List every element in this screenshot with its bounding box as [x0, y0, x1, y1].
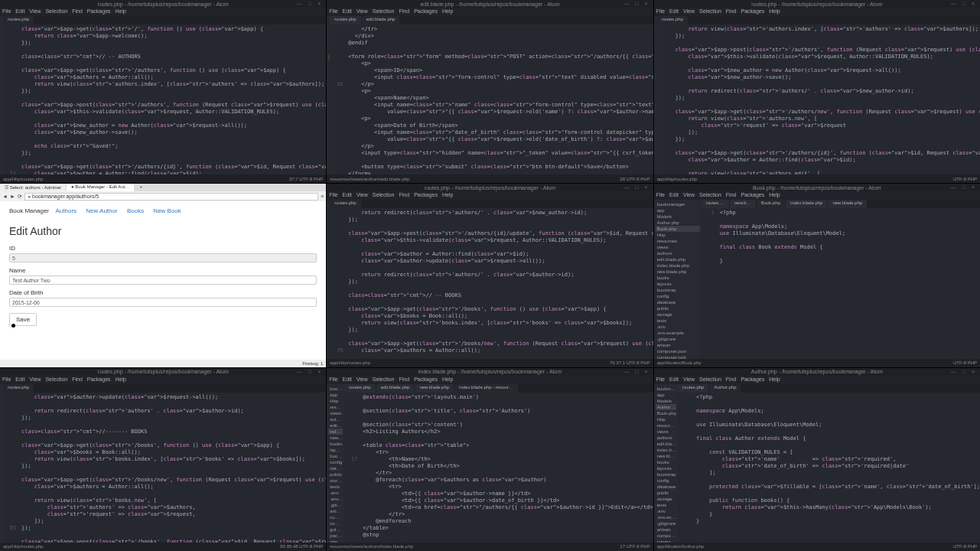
menubar[interactable]: FileEditViewSelectionFindPackagesHelp — [327, 8, 653, 16]
url-bar: ◄ ► ⟳ ● bookmanager.app/authors/5 ≡ — [0, 191, 326, 201]
forward-icon[interactable]: ► — [10, 194, 15, 199]
titlebar: routes.php - /home/tutsplus/repos/bookma… — [0, 0, 326, 8]
reload-icon[interactable]: ⟳ — [18, 194, 22, 200]
code-editor[interactable]: 37 class="var">$app->get(class="str">'/'… — [3, 24, 326, 174]
pane-9: Author.php - /home/tutsplus/repos/bookma… — [654, 368, 980, 551]
id-field — [9, 253, 317, 262]
pane-7: routes.php - /home/tutsplus/repos/bookma… — [0, 368, 326, 551]
title: routes.php - /home/tutsplus/repos/bookma… — [98, 2, 229, 7]
menubar[interactable]: FileEditViewSelectionFindPackagesHelp — [0, 8, 326, 16]
browser-tab[interactable]: ● Book Manager - Edit Aut… — [67, 184, 134, 191]
window-controls[interactable]: — □ × — [297, 1, 323, 6]
pane-3: routes.php - /home/tutsplus/repos/bookma… — [654, 0, 980, 183]
top-nav: Book Manager Authors New Author Books Ne… — [9, 207, 317, 214]
pane-4-browser: ☰ Select: authors - Adminer ● Book Manag… — [0, 184, 326, 367]
pane-2: edit.blade.php - /home/tutsplus/repos/bo… — [327, 0, 653, 183]
nav-new-book[interactable]: New Book — [153, 207, 181, 214]
status-bar: app/Http/routes.php37:7 UTF-8 PHP — [0, 174, 326, 183]
nav-books[interactable]: Books — [127, 207, 144, 214]
back-icon[interactable]: ◄ — [2, 194, 8, 199]
pane-1: routes.php - /home/tutsplus/repos/bookma… — [0, 0, 326, 183]
browser-tabs: ☰ Select: authors - Adminer ● Book Manag… — [0, 184, 326, 191]
label-name: Name — [9, 267, 317, 274]
nav-authors[interactable]: Authors — [55, 207, 77, 214]
pane-5: routes.php - /home/tutsplus/repos/bookma… — [327, 184, 653, 367]
code-editor[interactable]: 28 </tr> </div> @endif <form role=class=… — [330, 24, 653, 174]
mouse-cursor — [11, 324, 15, 328]
tab-bar: routes.php — [3, 16, 326, 24]
titlebar: edit.blade.php - /home/tutsplus/repos/bo… — [327, 0, 653, 8]
tab[interactable]: routes.php — [3, 16, 34, 24]
label-id: ID — [9, 245, 317, 252]
pane-6: Book.php - /home/tutsplus/repos/bookmana… — [654, 184, 980, 367]
page-content: Book Manager Authors New Author Books Ne… — [0, 201, 326, 359]
menu-icon[interactable]: ≡ — [321, 194, 324, 199]
nav-new-author[interactable]: New Author — [86, 207, 117, 214]
code-editor[interactable]: return view(class="str">'authors.index',… — [657, 24, 980, 174]
browser-status: Firebug: 1 — [0, 360, 326, 367]
dob-field[interactable] — [9, 298, 317, 307]
pane-8: index.blade.php - /home/tutsplus/repos/b… — [327, 368, 653, 551]
label-dob: Date of Birth — [9, 289, 317, 296]
address-field[interactable]: ● bookmanager.app/authors/5 — [24, 193, 318, 201]
name-field[interactable] — [9, 276, 317, 285]
brand: Book Manager — [9, 207, 49, 214]
page-title: Edit Author — [9, 225, 317, 237]
browser-tab[interactable]: ☰ Select: authors - Adminer — [0, 184, 66, 191]
new-tab-button[interactable]: + — [135, 184, 147, 191]
